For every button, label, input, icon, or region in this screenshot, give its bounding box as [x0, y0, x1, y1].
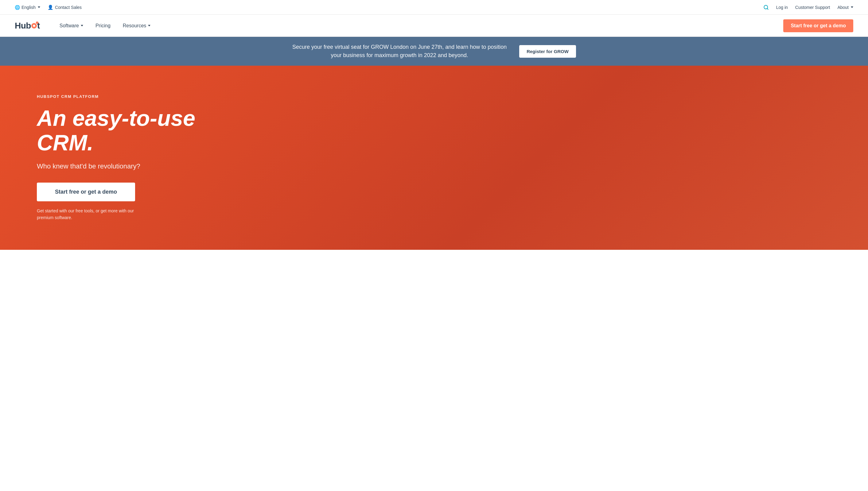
- person-icon: 👤: [48, 5, 53, 10]
- login-link[interactable]: Log in: [776, 5, 788, 10]
- contact-sales-link[interactable]: 👤 Contact Sales: [48, 5, 82, 10]
- contact-sales-label: Contact Sales: [55, 5, 82, 10]
- language-label: English: [22, 5, 36, 10]
- nav-items: Software Pricing Resources: [55, 21, 784, 31]
- hero-eyebrow: HUBSPOT CRM PLATFORM: [37, 94, 99, 99]
- utility-bar-left: 🌐 English 👤 Contact Sales: [15, 5, 82, 10]
- banner-register-button[interactable]: Register for GROW: [519, 45, 576, 58]
- banner: Secure your free virtual seat for GROW L…: [0, 37, 868, 66]
- utility-bar: 🌐 English 👤 Contact Sales Log in Custome…: [0, 0, 868, 15]
- utility-bar-right: Log in Customer Support About: [763, 5, 853, 10]
- logo[interactable]: Hubt: [15, 21, 40, 31]
- about-link[interactable]: About: [837, 5, 853, 10]
- language-selector[interactable]: 🌐 English: [15, 5, 40, 10]
- nav-software[interactable]: Software: [55, 21, 88, 31]
- nav-pricing[interactable]: Pricing: [90, 21, 115, 31]
- logo-text: Hubt: [15, 21, 40, 31]
- search-icon: [763, 5, 769, 10]
- about-chevron-icon: [851, 6, 853, 8]
- banner-text: Secure your free virtual seat for GROW L…: [292, 43, 507, 60]
- customer-support-label: Customer Support: [795, 5, 830, 10]
- language-chevron-icon: [38, 6, 40, 8]
- customer-support-link[interactable]: Customer Support: [795, 5, 830, 10]
- resources-label: Resources: [123, 23, 146, 29]
- nav-cta-button[interactable]: Start free or get a demo: [783, 19, 853, 32]
- main-nav: Hubt Software Pricing Resources Start fr…: [0, 15, 868, 37]
- pricing-label: Pricing: [95, 23, 111, 29]
- svg-line-1: [767, 8, 768, 9]
- hero-headline: An easy-to-use CRM.: [37, 106, 252, 155]
- software-chevron-icon: [81, 25, 83, 26]
- hero-subheadline: Who knew that'd be revolutionary?: [37, 162, 140, 170]
- about-label: About: [837, 5, 849, 10]
- nav-resources[interactable]: Resources: [118, 21, 156, 31]
- software-label: Software: [60, 23, 79, 29]
- logo-spot: [31, 23, 37, 29]
- hero-disclaimer: Get started with our free tools, or get …: [37, 207, 135, 221]
- hero-cta-button[interactable]: Start free or get a demo: [37, 182, 135, 201]
- globe-icon: 🌐: [15, 5, 20, 10]
- login-label: Log in: [776, 5, 788, 10]
- resources-chevron-icon: [148, 25, 150, 26]
- search-button[interactable]: [763, 5, 769, 10]
- hero-section: HUBSPOT CRM PLATFORM An easy-to-use CRM.…: [0, 66, 868, 250]
